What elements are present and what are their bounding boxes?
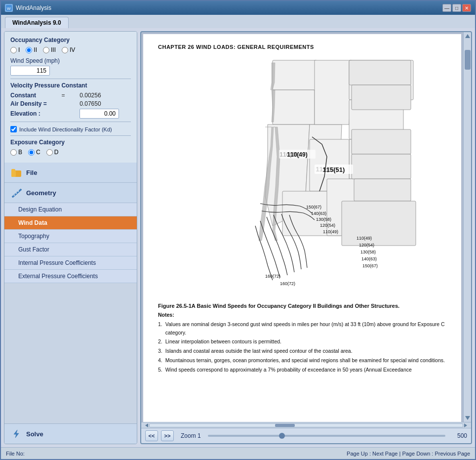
- ruler-icon: [10, 187, 22, 199]
- minimize-button[interactable]: —: [442, 4, 451, 12]
- next-page-button[interactable]: >>: [161, 430, 174, 441]
- title-bar: W WindAnalysis — □ ✕: [1, 1, 475, 15]
- svg-rect-26: [354, 179, 411, 201]
- folder-icon: [10, 167, 22, 178]
- svg-marker-49: [465, 34, 470, 38]
- app-icon: W: [5, 4, 13, 12]
- occupancy-option-I[interactable]: I: [10, 46, 20, 53]
- sub-nav-wind-data[interactable]: Wind Data: [4, 216, 137, 230]
- svg-marker-9: [14, 430, 19, 438]
- exposure-category-label: Exposure Category: [10, 139, 131, 146]
- svg-text:110(49): 110(49): [287, 151, 307, 158]
- scroll-right-arrow[interactable]: [463, 422, 469, 428]
- svg-text:115(51): 115(51): [323, 166, 345, 173]
- elevation-input[interactable]: [79, 109, 119, 119]
- nav-item-solve[interactable]: Solve: [4, 423, 137, 444]
- occupancy-radio-III[interactable]: [43, 47, 49, 53]
- svg-rect-25: [352, 154, 411, 179]
- vertical-scrollbar[interactable]: [463, 32, 471, 422]
- constant-eq: =: [61, 92, 77, 99]
- scroll-up-arrow[interactable]: [464, 32, 472, 40]
- close-button[interactable]: ✕: [462, 4, 471, 12]
- doc-nav-footer: << >> Zoom 1 500: [141, 428, 471, 443]
- occupancy-radio-I[interactable]: [10, 47, 17, 53]
- doc-area: CHAPTER 26 WIND LOADS: GENERAL REQUIREME…: [143, 34, 461, 422]
- sub-nav-internal-pressure[interactable]: Internal Pressure Coefficients: [4, 256, 137, 270]
- exposure-option-D[interactable]: D: [46, 149, 59, 156]
- main-content: Occupancy Category I II III: [1, 28, 475, 447]
- doc-viewport: CHAPTER 26 WIND LOADS: GENERAL REQUIREME…: [141, 32, 471, 422]
- tab-bar: WindAnalysis 9.0: [1, 15, 475, 28]
- svg-text:160(72): 160(72): [265, 274, 280, 279]
- svg-rect-11: [273, 60, 317, 90]
- svg-rect-27: [342, 201, 416, 246]
- wind-speed-group: Wind Speed (mph): [10, 57, 131, 76]
- svg-marker-50: [465, 416, 470, 420]
- occupancy-option-II[interactable]: II: [26, 46, 37, 53]
- nav-item-geometry[interactable]: Geometry: [4, 183, 137, 203]
- occupancy-category-label: Occupancy Category: [10, 37, 131, 43]
- svg-rect-12: [273, 90, 315, 125]
- wind-speed-label: Wind Speed (mph): [10, 57, 131, 64]
- status-bar: File No: Page Up : Next Page | Page Down…: [1, 447, 475, 459]
- nav-geometry-label: Geometry: [26, 189, 56, 197]
- sub-nav-topography[interactable]: Topography: [4, 230, 137, 243]
- wind-speed-input[interactable]: [10, 66, 50, 76]
- sub-nav-design-equation[interactable]: Design Equation: [4, 203, 137, 216]
- occupancy-radio-IV[interactable]: [62, 47, 68, 53]
- exposure-radio-B[interactable]: [10, 149, 17, 156]
- sub-nav-gust-factor[interactable]: Gust Factor: [4, 243, 137, 256]
- svg-marker-5: [12, 189, 22, 198]
- exposure-option-B[interactable]: B: [10, 149, 22, 156]
- solve-label: Solve: [26, 430, 43, 438]
- scroll-h-track[interactable]: [149, 423, 463, 427]
- divider-3: [10, 135, 131, 136]
- nav-item-file[interactable]: File: [4, 163, 137, 183]
- zoom-slider-thumb[interactable]: [279, 433, 285, 439]
- svg-text:140(63): 140(63): [311, 211, 326, 216]
- horizontal-scrollbar[interactable]: [141, 422, 471, 428]
- air-density-value: 0.07650: [79, 100, 131, 107]
- exposure-option-C[interactable]: C: [28, 149, 40, 156]
- svg-marker-15: [315, 60, 352, 125]
- title-bar-left: W WindAnalysis: [5, 4, 51, 12]
- scroll-down-arrow[interactable]: [464, 414, 472, 422]
- figure-caption: Figure 26.5-1A Basic Wind Speeds for Occ…: [158, 303, 446, 309]
- svg-text:110(49): 110(49): [323, 229, 338, 234]
- constant-value: 0.00256: [79, 92, 131, 99]
- main-tab[interactable]: WindAnalysis 9.0: [5, 17, 69, 28]
- note-2: 2. Linear interpolation between contours…: [158, 337, 446, 346]
- zoom-slider[interactable]: [208, 435, 445, 437]
- scroll-left-arrow[interactable]: [143, 422, 149, 428]
- prev-page-button[interactable]: <<: [145, 430, 158, 441]
- svg-text:120(54): 120(54): [320, 223, 335, 228]
- svg-text:150(67): 150(67): [362, 263, 378, 268]
- kd-checkbox-row: Include Wind Directionality Factor (Kd): [10, 126, 131, 132]
- constant-label: Constant: [10, 92, 58, 99]
- chapter-title: CHAPTER 26 WIND LOADS: GENERAL REQUIREME…: [158, 44, 446, 50]
- doc-scroll[interactable]: CHAPTER 26 WIND LOADS: GENERAL REQUIREME…: [143, 34, 461, 422]
- note-1: 1. Values are nominal design 3-second gu…: [158, 320, 446, 337]
- occupancy-option-III[interactable]: III: [43, 46, 56, 53]
- nav-file-label: File: [26, 169, 37, 176]
- wind-map: 110(49) 110(49) 115(51) 115(51): [174, 58, 431, 295]
- left-panel: Occupancy Category I II III: [4, 31, 137, 444]
- sub-nav-external-pressure[interactable]: External Pressure Coefficients: [4, 270, 137, 283]
- occupancy-radio-II[interactable]: [26, 47, 32, 53]
- exposure-radio-C[interactable]: [28, 149, 35, 156]
- maximize-button[interactable]: □: [452, 4, 461, 12]
- occupancy-option-IV[interactable]: IV: [62, 46, 75, 53]
- svg-text:160(72): 160(72): [280, 281, 295, 286]
- zoom-label: Zoom 1: [181, 432, 201, 439]
- zoom-max-value: 500: [452, 432, 467, 439]
- kd-checkbox[interactable]: [10, 126, 17, 132]
- scrollbar-thumb[interactable]: [465, 50, 471, 70]
- occupancy-radio-group: I II III IV: [10, 46, 131, 53]
- exposure-radio-D[interactable]: [46, 149, 53, 156]
- svg-text:W: W: [7, 6, 11, 11]
- exposure-radio-group: B C D: [10, 149, 131, 156]
- velocity-pressure-label: Velocity Pressure Constant: [10, 82, 131, 89]
- air-density-label: Air Density =: [10, 100, 58, 107]
- svg-text:130(58): 130(58): [316, 217, 331, 222]
- scroll-h-thumb[interactable]: [275, 424, 295, 427]
